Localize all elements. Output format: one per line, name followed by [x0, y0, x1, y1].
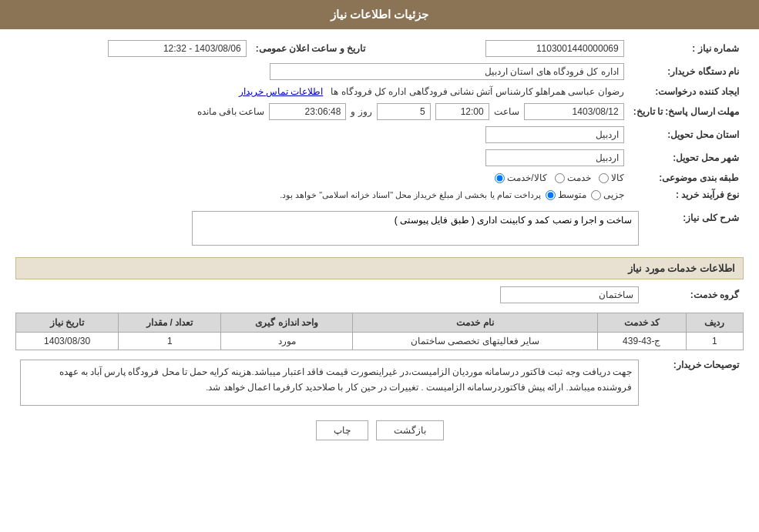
province-label: استان محل تحویل: [629, 123, 744, 146]
cell-code: ج-43-439 [597, 333, 686, 350]
buyer-org-value: اداره کل فرودگاه های استان اردبیل [270, 63, 624, 80]
service-info-header: اطلاعات خدمات مورد نیاز [15, 257, 744, 279]
back-button[interactable]: بازگشت [376, 420, 444, 440]
radio-kala-khedmat-input[interactable] [495, 173, 505, 183]
request-number-label: شماره نیاز : [629, 37, 744, 60]
radio-jozei-label: جزیی [603, 189, 624, 200]
col-code: کد خدمت [597, 313, 686, 333]
deadline-remaining: 23:06:48 [269, 103, 346, 120]
cell-unit: مورد [221, 333, 353, 350]
buyer-org-label: نام دستگاه خریدار: [629, 60, 744, 83]
cell-row: 1 [686, 333, 743, 350]
city-value: اردبیل [485, 149, 624, 166]
page-title: جزئیات اطلاعات نیاز [0, 0, 759, 29]
description-textarea[interactable] [192, 211, 639, 246]
deadline-date: 1403/08/12 [524, 103, 624, 120]
radio-jozei[interactable]: جزیی [591, 189, 624, 200]
buyer-notes-value: جهت دریافت وجه ثبت فاکتور درسامانه موردی… [20, 360, 639, 406]
province-value: اردبیل [485, 126, 624, 143]
radio-kala-label: کالا [611, 172, 624, 183]
city-label: شهر محل تحویل: [629, 146, 744, 169]
button-row: بازگشت چاپ [15, 420, 744, 440]
description-label: شرح کلی نیاز: [643, 208, 744, 251]
radio-khedmat[interactable]: خدمت [555, 172, 591, 183]
deadline-remaining-label: ساعت باقی مانده [197, 106, 265, 117]
service-table: ردیف کد خدمت نام خدمت واحد اندازه گیری ت… [15, 313, 744, 350]
deadline-time-label: ساعت [494, 106, 519, 117]
radio-kala-input[interactable] [599, 173, 609, 183]
radio-khedmat-input[interactable] [555, 173, 565, 183]
service-group-label: گروه خدمت: [643, 283, 744, 306]
radio-motawaset-label: متوسط [558, 189, 586, 200]
radio-kala-khedmat[interactable]: کالا/خدمت [495, 172, 546, 183]
announcement-value: 1403/08/06 - 12:32 [108, 40, 247, 57]
cell-date: 1403/08/30 [16, 333, 119, 350]
radio-jozei-input[interactable] [591, 190, 601, 200]
announcement-label: تاریخ و ساعت اعلان عمومی: [251, 37, 370, 60]
service-group-value: ساختمان [500, 286, 639, 303]
creator-contact-link[interactable]: اطلاعات تماس خریدار [239, 86, 324, 97]
creator-label: ایجاد کننده درخواست: [629, 83, 744, 100]
deadline-days-label: روز و [351, 106, 371, 117]
radio-khedmat-label: خدمت [567, 172, 591, 183]
col-name: نام خدمت [352, 313, 597, 333]
category-label: طبقه بندی موضوعی: [629, 169, 744, 186]
creator-name: رضوان عباسی همراهلو کارشناس آتش نشانی فر… [331, 86, 623, 97]
request-number-value: 1103001440000069 [485, 40, 624, 57]
col-quantity: تعداد / مقدار [119, 313, 221, 333]
cell-quantity: 1 [119, 333, 221, 350]
deadline-days: 5 [377, 103, 431, 120]
col-date: تاریخ نیاز [16, 313, 119, 333]
cell-name: سایر فعالیتهای تخصصی ساختمان [352, 333, 597, 350]
col-row: ردیف [686, 313, 743, 333]
col-unit: واحد اندازه گیری [221, 313, 353, 333]
deadline-time: 12:00 [435, 103, 489, 120]
radio-motawaset[interactable]: متوسط [546, 189, 586, 200]
purchase-type-label: نوع فرآیند خرید : [629, 186, 744, 203]
print-button[interactable]: چاپ [316, 420, 368, 440]
table-row: 1ج-43-439سایر فعالیتهای تخصصی ساختمانمور… [16, 333, 744, 350]
buyer-notes-label: توصیحات خریدار: [643, 356, 744, 409]
radio-motawaset-input[interactable] [546, 190, 556, 200]
radio-kala-khedmat-label: کالا/خدمت [507, 172, 546, 183]
purchase-note: پرداخت تمام یا بخشی از مبلغ خریداز محل "… [280, 190, 541, 200]
radio-kala[interactable]: کالا [599, 172, 624, 183]
deadline-label: مهلت ارسال پاسخ: تا تاریخ: [629, 100, 744, 123]
